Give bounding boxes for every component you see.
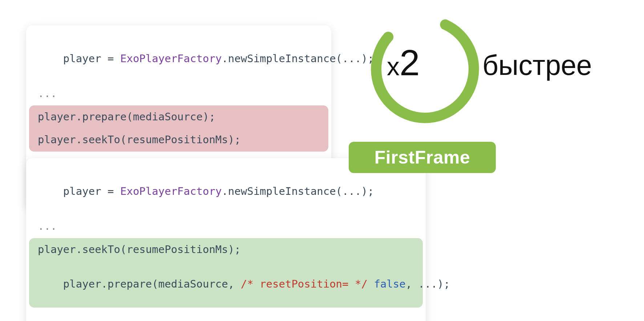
code-token: .newSimpleInstance(...); xyxy=(222,52,374,65)
speed-multiplier: x2 xyxy=(387,42,420,84)
code-token: player = xyxy=(63,185,120,197)
badge-text: FirstFrame xyxy=(374,147,470,168)
code-token: /* resetPosition= */ xyxy=(241,278,368,290)
code-line: player = ExoPlayerFactory.newSimpleInsta… xyxy=(26,36,331,82)
code-line: ... xyxy=(26,82,331,105)
code-block-after: player = ExoPlayerFactory.newSimpleInsta… xyxy=(26,158,426,321)
multiplier-prefix: x xyxy=(387,52,400,81)
code-token: ExoPlayerFactory xyxy=(120,185,222,197)
code-line: player.setPlayWhenReady(true); xyxy=(26,308,426,321)
code-token: , ...); xyxy=(406,278,450,290)
firstframe-badge: FirstFrame xyxy=(349,142,496,173)
multiplier-value: 2 xyxy=(400,42,420,83)
speed-label: быстрее xyxy=(479,49,595,81)
code-line-highlighted-good: player.seekTo(resumePositionMs); xyxy=(29,238,423,261)
code-line: player = ExoPlayerFactory.newSimpleInsta… xyxy=(26,168,426,215)
code-token: ExoPlayerFactory xyxy=(120,52,222,65)
code-line-highlighted-bad: player.prepare(mediaSource); xyxy=(29,105,328,129)
code-token xyxy=(368,278,374,290)
code-token: false xyxy=(374,278,405,290)
speed-ring-icon xyxy=(367,11,483,127)
code-token: .newSimpleInstance(...); xyxy=(222,185,374,197)
code-token: player.prepare(mediaSource, xyxy=(63,278,241,290)
code-line: ... xyxy=(26,215,426,238)
code-line-highlighted-bad: player.seekTo(resumePositionMs); xyxy=(29,128,328,152)
code-token: player = xyxy=(63,52,120,65)
code-line-highlighted-good: player.prepare(mediaSource, /* resetPosi… xyxy=(29,261,423,308)
